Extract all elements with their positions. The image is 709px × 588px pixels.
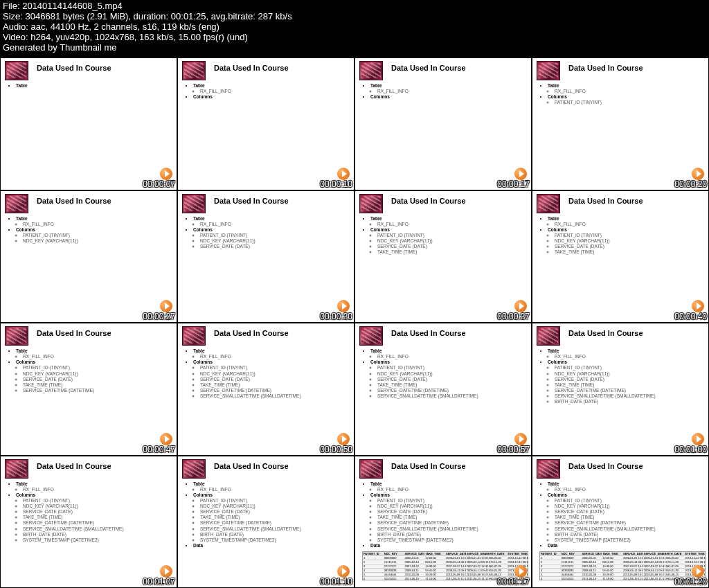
data-table-header-cell: SERVICE_SMALLDATETIME (466, 552, 487, 555)
data-table-cell: 00000000 (384, 556, 404, 560)
size-line: Size: 3046681 bytes (2.91 MiB), duration… (3, 12, 292, 22)
data-table-cell: 2008-04-11 (404, 569, 425, 572)
table-heading: TableRX_FILL_INFO (548, 83, 703, 94)
timestamp: 00:01:20 (674, 577, 707, 587)
course-logo-icon (359, 61, 383, 80)
column-item: SERVICE_SMALLDATETIME (SMALLDATETIME) (555, 526, 703, 532)
timestamp: 00:00:57 (497, 445, 530, 454)
thumbnail[interactable]: Data Used In CourseTableRX_FILL_INFOColu… (354, 57, 532, 190)
table-heading: TableRX_FILL_INFO (16, 348, 171, 359)
columns-heading: ColumnsPATIENT_ID (TINYINT)NDC_KEY (VARC… (193, 492, 348, 543)
data-table-cell: 2011-06-19 11:10:00 (445, 577, 466, 580)
data-table-cell: 1959-01-30 (487, 569, 508, 572)
play-icon[interactable] (160, 300, 172, 312)
data-table-header-cell: TAKE_TIME (602, 552, 622, 555)
play-icon[interactable] (337, 168, 350, 180)
column-item: PATIENT_ID (TINYINT) (555, 365, 703, 371)
column-item: SERVICE_DATE (DATE) (555, 377, 703, 382)
play-icon[interactable] (514, 168, 527, 180)
data-table-cell: 09:45:00 (424, 569, 445, 572)
thumbnail[interactable]: Data Used In CourseTableRX_FILL_INFOColu… (532, 57, 709, 190)
timestamp: 00:00:47 (143, 445, 175, 454)
play-icon[interactable] (692, 565, 704, 578)
course-logo-icon (537, 61, 560, 80)
course-logo-icon (5, 61, 28, 80)
play-icon[interactable] (337, 565, 350, 578)
column-item: PATIENT_ID (TINYINT) (23, 498, 171, 504)
course-logo-icon (5, 194, 28, 213)
column-item: PATIENT_ID (TINYINT) (200, 365, 348, 371)
thumbnail[interactable]: Data Used In CourseTableRX_FILL_INFOColu… (177, 456, 354, 589)
slide-header: Data Used In Course (178, 191, 354, 215)
column-item: SERVICE_DATETIME (DATETIME) (555, 520, 703, 526)
thumbnail[interactable]: Data Used In CourseTableRX_FILL_INFOColu… (532, 456, 709, 589)
slide-content: TableRX_FILL_INFOColumnsPATIENT_ID (TINY… (1, 215, 177, 246)
play-icon[interactable] (160, 168, 172, 180)
timestamp: 00:00:17 (497, 179, 530, 189)
columns-heading: ColumnsPATIENT_ID (TINYINT)NDC_KEY (VARC… (548, 359, 703, 404)
column-item: TAKE_TIME (TIME) (23, 382, 171, 388)
data-table-cell: 16:20:00 (424, 573, 445, 576)
play-icon[interactable] (514, 565, 527, 578)
table-name: RX_FILL_INFO (377, 89, 526, 94)
data-table-header-cell: SERVICE_SMALLDATETIME (643, 552, 664, 555)
table-heading: TableRX_FILL_INFO (193, 83, 348, 94)
data-table-cell: 2008-04-11 09:45:00 (445, 569, 466, 572)
table-name: RX_FILL_INFO (200, 354, 348, 359)
play-icon[interactable] (337, 433, 350, 445)
data-table-cell: 12:00:00 (602, 556, 622, 560)
column-item: PATIENT_ID (TINYINT) (23, 365, 171, 371)
thumbnail[interactable]: Data Used In CourseTableRX_FILL_INFOColu… (532, 190, 709, 323)
play-icon[interactable] (514, 300, 527, 312)
table-name: RX_FILL_INFO (200, 487, 348, 492)
data-table-header-cell: SERVICE_DATE (582, 552, 602, 555)
data-table-cell: 1959-01-30 (664, 569, 685, 572)
play-icon[interactable] (692, 300, 704, 312)
thumbnail[interactable]: Data Used In CourseTableRX_FILL_INFOColu… (177, 323, 354, 456)
thumbnail[interactable]: Data Used In CourseTableRX_FILL_INFOColu… (0, 456, 177, 589)
data-table-cell: 2007-03-22 14:30 (466, 564, 487, 568)
data-table-cell: 2010-05-08 (582, 573, 602, 576)
course-logo-icon (182, 61, 206, 80)
play-icon[interactable] (514, 433, 527, 445)
thumbnail[interactable]: Data Used In CourseTableRX_FILL_INFOColu… (354, 190, 532, 323)
column-item: TAKE_TIME (TIME) (377, 249, 526, 255)
thumbnail[interactable]: Data Used In CourseTableRX_FILL_INFOColu… (177, 190, 354, 323)
data-table-cell: 2010-05-08 16:20:00 (445, 573, 466, 576)
data-table-header-cell: BIRTH_DATE (487, 552, 508, 555)
play-icon[interactable] (160, 565, 172, 578)
data-table-cell: 1 (363, 556, 384, 560)
data-table-cell: 1982-07-09 (487, 564, 508, 568)
column-item: TAKE_TIME (TIME) (377, 515, 526, 520)
thumbnail[interactable]: Data Used In CourseTableRX_FILL_INFOColu… (532, 323, 709, 456)
data-table-header-cell: NDC_KEY (561, 552, 582, 555)
column-item: SERVICE_DATETIME (DATETIME) (23, 520, 171, 526)
data-table-cell: 2011-06-19 (582, 577, 602, 580)
timestamp: 00:00:20 (674, 179, 707, 189)
play-icon[interactable] (692, 168, 704, 180)
column-item: SERVICE_SMALLDATETIME (SMALLDATETIME) (200, 393, 348, 399)
thumbnail[interactable]: Data Used In CourseTableRX_FILL_INFOColu… (354, 456, 532, 589)
slide-title: Data Used In Course (214, 194, 289, 205)
data-table-cell: 11111111 (384, 560, 404, 564)
column-item: NDC_KEY (VARCHAR(11)) (555, 371, 703, 377)
data-table-cell: 2005-02-14 (404, 560, 425, 564)
play-icon[interactable] (337, 300, 350, 312)
thumbnail[interactable]: Data Used In CourseTableRX_FILL_INFOColu… (177, 57, 354, 190)
column-item: SERVICE_DATETIME (DATETIME) (377, 520, 526, 526)
data-table-cell: 2008-04-11 09:45 (466, 569, 487, 572)
data-table-cell: 44444444 (384, 573, 404, 576)
data-heading: Data (193, 543, 348, 549)
thumbnail[interactable]: Data Used In CourseTableRX_FILL_INFOColu… (0, 323, 177, 456)
data-table-cell: 2000-01-01 12:00 (466, 556, 487, 560)
data-table-cell: 2000-01-01 12:00:00 (622, 556, 643, 560)
play-icon[interactable] (692, 433, 704, 445)
course-logo-icon (537, 459, 560, 479)
slide-content: TableRX_FILL_INFOColumnsPATIENT_ID (TINY… (178, 480, 354, 551)
thumbnail[interactable]: Data Used In CourseTableRX_FILL_INFOColu… (354, 323, 532, 456)
thumbnail[interactable]: Data Used In CourseTableRX_FILL_INFOColu… (0, 190, 177, 323)
play-icon[interactable] (160, 433, 172, 445)
thumbnail[interactable]: Data Used In CourseTable00:00:07 (0, 57, 177, 190)
slide-title: Data Used In Course (37, 194, 111, 205)
data-table-cell: 22222222 (561, 564, 582, 568)
